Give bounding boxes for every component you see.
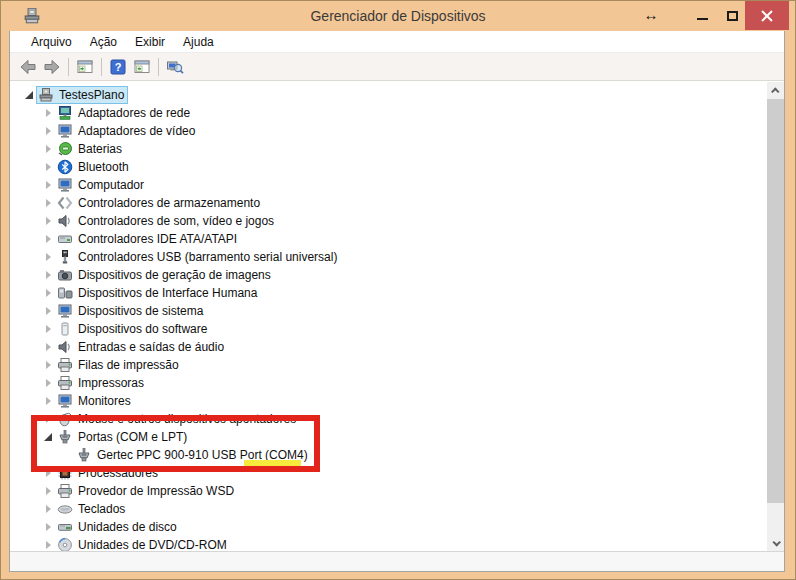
item-body: Teclados — [55, 500, 129, 518]
network-adapter-icon — [57, 105, 73, 121]
collapsed-arrow-icon[interactable] — [41, 356, 55, 374]
collapsed-arrow-icon[interactable] — [41, 482, 55, 500]
close-button[interactable] — [745, 1, 789, 30]
tree-item[interactable]: Baterias — [10, 140, 767, 158]
tree-item[interactable]: Gertec PPC 900-910 USB Port (COM4) — [10, 446, 767, 464]
tree-item[interactable]: Controladores de som, vídeo e jogos — [10, 212, 767, 230]
expanded-arrow-icon[interactable] — [41, 428, 55, 446]
menu-item-exibir[interactable]: Exibir — [126, 31, 174, 53]
tree-item[interactable]: Controladores USB (barramento serial uni… — [10, 248, 767, 266]
display-adapter-icon — [57, 123, 73, 139]
tree-item[interactable]: Filas de impressão — [10, 356, 767, 374]
show-console-tree-button[interactable] — [73, 55, 97, 79]
port-icon — [57, 429, 73, 445]
item-body: Controladores USB (barramento serial uni… — [55, 248, 341, 266]
tree-item[interactable]: Dispositivos de Interface Humana — [10, 284, 767, 302]
disk-drive-icon — [57, 519, 73, 535]
menu-item-ajuda[interactable]: Ajuda — [174, 31, 223, 53]
tree-item-label: Controladores de som, vídeo e jogos — [78, 214, 274, 228]
print-queue-icon — [57, 357, 73, 373]
collapsed-arrow-icon[interactable] — [41, 248, 55, 266]
collapsed-arrow-icon[interactable] — [41, 266, 55, 284]
collapsed-arrow-icon[interactable] — [41, 374, 55, 392]
tree-item-label: Controladores de armazenamento — [78, 196, 260, 210]
minimize-button[interactable] — [687, 1, 717, 31]
collapsed-arrow-icon[interactable] — [41, 410, 55, 428]
tree-item[interactable]: TestesPlano — [10, 86, 767, 104]
properties-button[interactable] — [130, 55, 154, 79]
tree-item[interactable]: Dispositivos do software — [10, 320, 767, 338]
item-body: Processadores — [55, 464, 162, 482]
tree-item[interactable]: Provedor de Impressão WSD — [10, 482, 767, 500]
collapsed-arrow-icon[interactable] — [41, 392, 55, 410]
tree-item[interactable]: Computador — [10, 176, 767, 194]
tree-item-label: Provedor de Impressão WSD — [78, 484, 234, 498]
menu-item-ao[interactable]: Ação — [81, 31, 126, 53]
collapsed-arrow-icon[interactable] — [41, 104, 55, 122]
back-button[interactable] — [16, 55, 40, 79]
imaging-device-icon — [57, 267, 73, 283]
scroll-down-button[interactable] — [767, 534, 784, 551]
tree-item[interactable]: Entradas e saídas de áudio — [10, 338, 767, 356]
collapsed-arrow-icon[interactable] — [41, 338, 55, 356]
collapsed-arrow-icon[interactable] — [41, 320, 55, 338]
tree-item[interactable]: Dispositivos de sistema — [10, 302, 767, 320]
tree-item[interactable]: Teclados — [10, 500, 767, 518]
menu-item-arquivo[interactable]: Arquivo — [22, 31, 81, 53]
scrollbar[interactable] — [767, 82, 784, 551]
collapsed-arrow-icon[interactable] — [41, 122, 55, 140]
expanded-arrow-icon[interactable] — [22, 86, 36, 104]
item-body: Bluetooth — [55, 158, 133, 176]
tree-item-label: Impressoras — [78, 376, 144, 390]
tree-area: TestesPlanoAdaptadores de redeAdaptadore… — [10, 82, 784, 551]
tree-item[interactable]: Impressoras — [10, 374, 767, 392]
item-body: Adaptadores de rede — [55, 104, 194, 122]
forward-icon — [43, 58, 61, 76]
help-button[interactable]: ? — [106, 55, 130, 79]
item-body: Portas (COM e LPT) — [55, 428, 191, 446]
tree-item[interactable]: Dispositivos de geração de imagens — [10, 266, 767, 284]
tree-item[interactable]: Portas (COM e LPT) — [10, 428, 767, 446]
collapsed-arrow-icon[interactable] — [41, 464, 55, 482]
forward-button[interactable] — [40, 55, 64, 79]
tree-item[interactable]: Adaptadores de rede — [10, 104, 767, 122]
tree-item[interactable]: Bluetooth — [10, 158, 767, 176]
tree-item[interactable]: Adaptadores de vídeo — [10, 122, 767, 140]
maximize-button[interactable] — [717, 1, 747, 31]
collapsed-arrow-icon[interactable] — [41, 140, 55, 158]
back-icon — [19, 58, 37, 76]
tree-item[interactable]: Controladores de armazenamento — [10, 194, 767, 212]
item-body: Provedor de Impressão WSD — [55, 482, 238, 500]
hid-icon — [57, 285, 73, 301]
collapsed-arrow-icon[interactable] — [41, 302, 55, 320]
scrollbar-thumb[interactable] — [767, 99, 784, 503]
tree-item[interactable]: Processadores — [10, 464, 767, 482]
tree-item[interactable]: Monitores — [10, 392, 767, 410]
tree-item[interactable]: Controladores IDE ATA/ATAPI — [10, 230, 767, 248]
minimize-icon — [697, 18, 708, 20]
scan-hardware-changes-button[interactable] — [163, 55, 187, 79]
tree-item[interactable]: Mouse e outros dispositivos apontadores — [10, 410, 767, 428]
collapsed-arrow-icon[interactable] — [41, 158, 55, 176]
tree-item[interactable]: Unidades de DVD/CD-ROM — [10, 536, 767, 551]
item-body: Unidades de DVD/CD-ROM — [55, 536, 231, 551]
help-icon: ? — [109, 58, 127, 76]
arrow-spacer — [60, 446, 74, 464]
item-body: Dispositivos de sistema — [55, 302, 207, 320]
tree-item-label: Dispositivos do software — [78, 322, 207, 336]
properties-icon — [133, 58, 151, 76]
collapsed-arrow-icon[interactable] — [41, 176, 55, 194]
collapsed-arrow-icon[interactable] — [41, 518, 55, 536]
collapsed-arrow-icon[interactable] — [41, 230, 55, 248]
tree-item-label: Monitores — [78, 394, 131, 408]
window-title: Gerenciador de Dispositivos — [1, 1, 795, 31]
selected-item-highlight: TestesPlano — [36, 86, 128, 104]
collapsed-arrow-icon[interactable] — [41, 212, 55, 230]
scroll-up-button[interactable] — [767, 82, 784, 99]
tree-item-label: Processadores — [78, 466, 158, 480]
collapsed-arrow-icon[interactable] — [41, 284, 55, 302]
collapsed-arrow-icon[interactable] — [41, 194, 55, 212]
collapsed-arrow-icon[interactable] — [41, 500, 55, 518]
tree-item[interactable]: Unidades de disco — [10, 518, 767, 536]
collapsed-arrow-icon[interactable] — [41, 536, 55, 551]
